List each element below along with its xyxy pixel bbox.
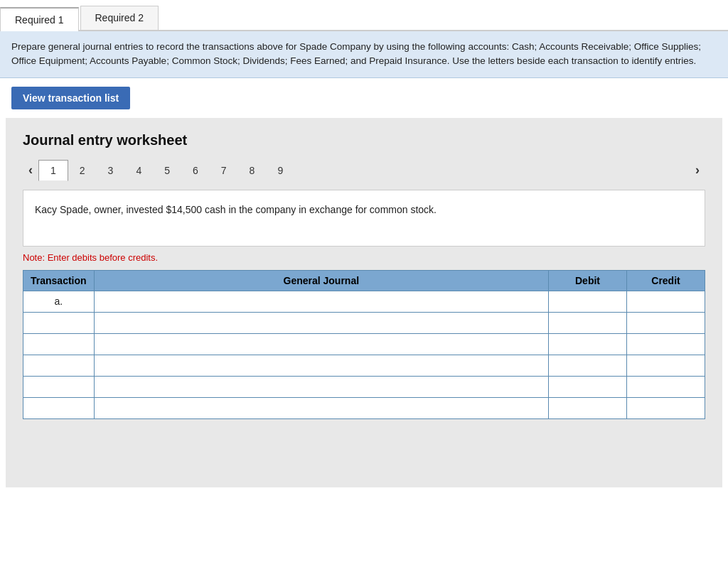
instruction-box: Prepare general journal entries to recor… — [0, 31, 728, 78]
nav-tab-3[interactable]: 3 — [97, 161, 125, 180]
journal-cell-1[interactable] — [94, 291, 548, 312]
transaction-cell-5 — [23, 376, 95, 397]
table-row — [23, 397, 705, 418]
tabs-container: Required 1 Required 2 — [0, 0, 728, 31]
transaction-cell-6 — [23, 397, 95, 418]
credit-input-5[interactable] — [627, 377, 705, 397]
nav-tab-1[interactable]: 1 — [38, 160, 68, 181]
credit-cell-3[interactable] — [627, 333, 705, 355]
nav-tab-4[interactable]: 4 — [124, 161, 153, 180]
worksheet-title: Journal entry worksheet — [23, 132, 705, 148]
journal-cell-4[interactable] — [94, 355, 548, 376]
credit-cell-6[interactable] — [627, 397, 705, 418]
journal-input-6[interactable] — [95, 398, 548, 418]
debit-cell-4[interactable] — [549, 355, 627, 376]
nav-tab-9[interactable]: 9 — [266, 161, 294, 180]
table-row — [23, 333, 705, 355]
worksheet-container: Journal entry worksheet ‹ 1 2 3 4 5 6 7 … — [6, 118, 722, 487]
nav-row: ‹ 1 2 3 4 5 6 7 8 9 › — [23, 160, 705, 181]
journal-input-2[interactable] — [95, 313, 548, 333]
nav-tab-7[interactable]: 7 — [210, 161, 238, 180]
journal-cell-3[interactable] — [94, 333, 548, 355]
tab-required2[interactable]: Required 2 — [80, 6, 159, 30]
credit-cell-1[interactable] — [627, 291, 705, 312]
journal-cell-5[interactable] — [94, 376, 548, 397]
credit-input-6[interactable] — [627, 398, 705, 418]
table-row — [23, 312, 705, 333]
nav-tab-5[interactable]: 5 — [153, 161, 181, 180]
credit-input-4[interactable] — [627, 355, 705, 376]
debit-input-2[interactable] — [549, 313, 626, 333]
table-row — [23, 355, 705, 376]
debit-cell-3[interactable] — [549, 333, 627, 355]
debit-input-3[interactable] — [549, 334, 626, 355]
journal-cell-6[interactable] — [94, 397, 548, 418]
debit-cell-5[interactable] — [549, 376, 627, 397]
tab-required1[interactable]: Required 1 — [0, 7, 79, 31]
transaction-cell-1: a. — [23, 291, 95, 312]
debit-cell-1[interactable] — [549, 291, 627, 312]
view-transaction-list-button[interactable]: View transaction list — [11, 87, 130, 109]
transaction-cell-4 — [23, 355, 95, 376]
note-text: Note: Enter debits before credits. — [23, 252, 705, 263]
transaction-cell-2 — [23, 312, 95, 333]
debit-input-5[interactable] — [549, 377, 626, 397]
table-row — [23, 376, 705, 397]
journal-input-4[interactable] — [95, 355, 548, 376]
credit-input-3[interactable] — [627, 334, 705, 355]
nav-next-button[interactable]: › — [690, 160, 705, 180]
instruction-text: Prepare general journal entries to recor… — [11, 41, 701, 66]
nav-tab-2[interactable]: 2 — [68, 161, 97, 180]
table-row: a. — [23, 291, 705, 312]
journal-input-1[interactable] — [95, 291, 548, 312]
transaction-description: Kacy Spade, owner, invested $14,500 cash… — [23, 190, 705, 247]
debit-input-4[interactable] — [549, 355, 626, 376]
nav-prev-button[interactable]: ‹ — [23, 160, 38, 180]
col-header-credit: Credit — [627, 270, 705, 291]
journal-table: Transaction General Journal Debit Credit… — [23, 270, 705, 419]
nav-tab-6[interactable]: 6 — [181, 161, 210, 180]
journal-input-5[interactable] — [95, 377, 548, 397]
col-header-debit: Debit — [549, 270, 627, 291]
col-header-transaction: Transaction — [23, 270, 95, 291]
debit-cell-2[interactable] — [549, 312, 627, 333]
credit-input-1[interactable] — [627, 291, 705, 312]
journal-cell-2[interactable] — [94, 312, 548, 333]
debit-cell-6[interactable] — [549, 397, 627, 418]
credit-cell-5[interactable] — [627, 376, 705, 397]
credit-cell-2[interactable] — [627, 312, 705, 333]
debit-input-6[interactable] — [549, 398, 626, 418]
col-header-journal: General Journal — [94, 270, 548, 291]
nav-tab-8[interactable]: 8 — [238, 161, 267, 180]
credit-input-2[interactable] — [627, 313, 705, 333]
journal-input-3[interactable] — [95, 334, 548, 355]
debit-input-1[interactable] — [549, 291, 626, 312]
credit-cell-4[interactable] — [627, 355, 705, 376]
transaction-cell-3 — [23, 333, 95, 355]
